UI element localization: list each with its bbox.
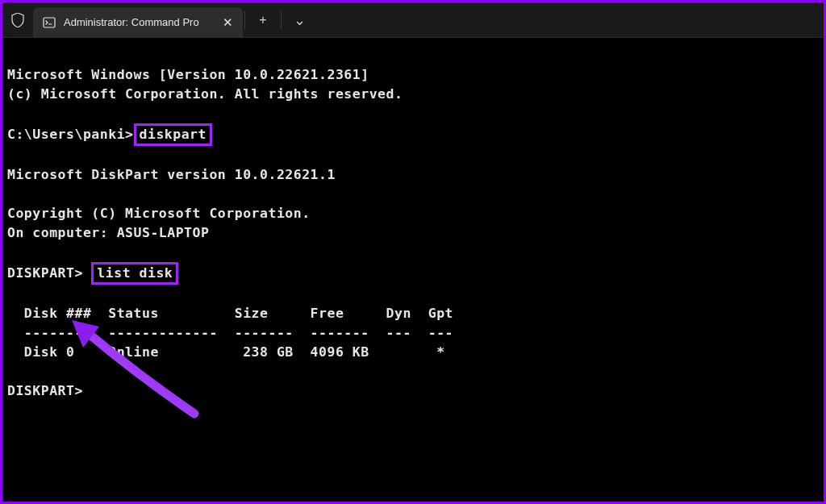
diskpart-prompt: DISKPART> — [7, 265, 91, 281]
diskpart-version-line: Microsoft DiskPart version 10.0.22621.1 — [7, 167, 336, 182]
disk-table-row: Disk 0 Online 238 GB 4096 KB * — [7, 344, 445, 360]
os-version-line: Microsoft Windows [Version 10.0.22621.23… — [7, 67, 369, 82]
terminal-icon — [43, 16, 56, 29]
tab-title: Administrator: Command Pro — [64, 16, 212, 28]
security-shield-icon — [2, 2, 33, 38]
divider — [244, 11, 245, 29]
command-diskpart: diskpart — [134, 123, 212, 146]
terminal-tab[interactable]: Administrator: Command Pro ✕ — [33, 7, 243, 38]
svg-rect-0 — [44, 18, 55, 27]
disk-table-divider: -------- ------------- ------- ------- -… — [7, 325, 453, 340]
disk-table-header: Disk ### Status Size Free Dyn Gpt — [7, 306, 453, 321]
prompt-path: C:\Users\panki> — [7, 127, 134, 142]
terminal-output[interactable]: Microsoft Windows [Version 10.0.22621.23… — [2, 38, 824, 406]
divider — [281, 11, 282, 29]
copyright-line: (c) Microsoft Corporation. All rights re… — [7, 86, 403, 102]
diskpart-prompt-empty: DISKPART> — [7, 383, 83, 398]
computer-name-line: On computer: ASUS-LAPTOP — [7, 225, 209, 240]
close-tab-button[interactable]: ✕ — [220, 15, 235, 30]
tab-dropdown-button[interactable]: ⌄ — [283, 2, 315, 38]
title-bar: Administrator: Command Pro ✕ + ⌄ — [2, 2, 824, 38]
diskpart-copyright-line: Copyright (C) Microsoft Corporation. — [7, 206, 311, 221]
command-list-disk: list disk — [91, 262, 178, 285]
new-tab-button[interactable]: + — [247, 2, 279, 38]
